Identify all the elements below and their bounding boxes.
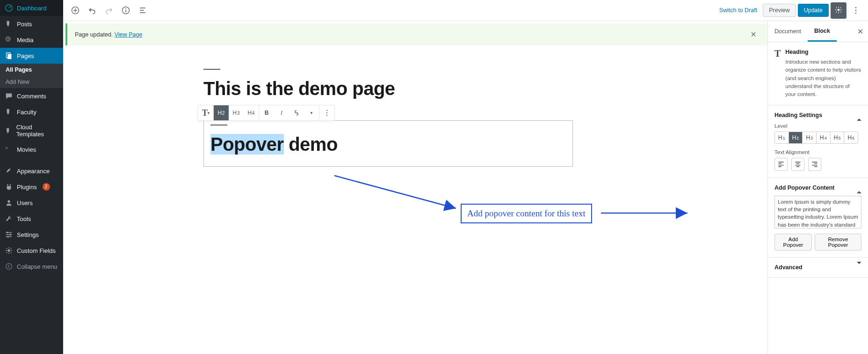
sidebar-item-pages[interactable]: Pages bbox=[0, 48, 63, 64]
redo-button[interactable] bbox=[101, 3, 116, 18]
editor-canvas-area: Page updated. View Page × This is the de… bbox=[63, 21, 767, 354]
popover-textarea[interactable] bbox=[774, 196, 861, 229]
sidebar-item-faculty[interactable]: Faculty bbox=[0, 104, 63, 120]
toolbar-italic[interactable]: I bbox=[274, 105, 289, 120]
outline-button[interactable] bbox=[135, 3, 150, 18]
block-summary: T Heading Introduce new sections and org… bbox=[768, 42, 868, 105]
sidebar-item-dashboard[interactable]: Dashboard bbox=[0, 0, 63, 16]
add-popover-button[interactable]: Add Popover bbox=[774, 234, 812, 251]
svg-point-19 bbox=[326, 112, 327, 113]
panel-close[interactable]: ✕ bbox=[853, 27, 868, 36]
more-button[interactable] bbox=[848, 3, 863, 18]
sidebar-label: Pages bbox=[17, 52, 34, 59]
sidebar-sub-add-new[interactable]: Add New bbox=[0, 76, 63, 88]
svg-point-15 bbox=[855, 7, 857, 8]
level-h3[interactable]: H3 bbox=[803, 132, 817, 143]
heading-settings-section: Heading Settings Level H1 H2 H3 H4 H5 H6… bbox=[768, 105, 868, 178]
sidebar-item-appearance[interactable]: Appearance bbox=[0, 163, 63, 179]
sidebar-item-posts[interactable]: Posts bbox=[0, 16, 63, 32]
quote-icon: “ bbox=[5, 145, 13, 154]
pin-icon bbox=[5, 20, 13, 28]
cog-icon bbox=[5, 246, 13, 255]
svg-point-6 bbox=[7, 232, 8, 234]
tab-document[interactable]: Document bbox=[768, 21, 808, 42]
level-h6[interactable]: H6 bbox=[844, 132, 858, 143]
sidebar-label: Tools bbox=[17, 215, 31, 222]
sidebar-item-settings[interactable]: Settings bbox=[0, 227, 63, 243]
align-center[interactable] bbox=[791, 158, 804, 171]
notice-close-button[interactable]: × bbox=[747, 29, 760, 40]
selected-text: Popover bbox=[210, 134, 284, 155]
settings-toggle[interactable] bbox=[831, 2, 846, 19]
heading-divider bbox=[210, 125, 227, 125]
svg-point-7 bbox=[10, 234, 12, 236]
editor-topbar: Switch to Draft Preview Update bbox=[63, 0, 868, 21]
wrench-icon bbox=[5, 214, 13, 223]
level-h5[interactable]: H5 bbox=[831, 132, 845, 143]
alignment-label: Text Alignment bbox=[774, 149, 861, 155]
preview-button[interactable]: Preview bbox=[763, 4, 796, 17]
svg-point-16 bbox=[855, 10, 857, 11]
align-left[interactable] bbox=[774, 158, 788, 171]
sidebar-item-collapse[interactable]: Collapse menu bbox=[0, 258, 63, 274]
level-label: Level bbox=[774, 123, 861, 129]
sidebar-item-movies[interactable]: “ Movies bbox=[0, 141, 63, 157]
plug-icon bbox=[5, 183, 13, 191]
sidebar-sub-all-pages[interactable]: All Pages bbox=[0, 64, 63, 76]
heading-icon: T bbox=[774, 49, 781, 58]
title-divider bbox=[203, 69, 220, 70]
tab-block[interactable]: Block bbox=[808, 21, 837, 42]
info-button[interactable] bbox=[118, 3, 133, 18]
panel-tabs: Document Block ✕ bbox=[768, 21, 868, 42]
sidebar-label: Settings bbox=[17, 231, 39, 238]
annotation-box: Add popover content for this text bbox=[461, 204, 592, 223]
svg-line-21 bbox=[334, 176, 456, 208]
block-type-title: Heading bbox=[785, 49, 861, 55]
svg-point-20 bbox=[326, 115, 327, 116]
svg-point-5 bbox=[7, 200, 10, 203]
heading-text[interactable]: Popover demo bbox=[210, 134, 566, 155]
sidebar-label: Dashboard bbox=[17, 5, 47, 12]
heading-settings-toggle[interactable]: Heading Settings bbox=[774, 112, 861, 118]
sidebar-label: Appearance bbox=[17, 168, 50, 175]
sidebar-item-comments[interactable]: Comments bbox=[0, 88, 63, 104]
toolbar-block-type[interactable]: T▾ bbox=[198, 105, 213, 120]
switch-draft-link[interactable]: Switch to Draft bbox=[716, 7, 761, 14]
toolbar-bold[interactable]: B bbox=[259, 105, 274, 120]
sidebar-item-users[interactable]: Users bbox=[0, 195, 63, 211]
view-page-link[interactable]: View Page bbox=[115, 31, 143, 38]
toolbar-h3[interactable]: H3 bbox=[229, 105, 244, 120]
svg-point-17 bbox=[855, 13, 857, 14]
sidebar-item-tools[interactable]: Tools bbox=[0, 211, 63, 227]
pages-icon bbox=[5, 52, 13, 60]
toolbar-link[interactable] bbox=[289, 105, 304, 120]
sidebar-item-custom-fields[interactable]: Custom Fields bbox=[0, 243, 63, 258]
block-toolbar: T▾ H2 H3 H4 B I ▼ bbox=[198, 105, 335, 121]
admin-sidebar: Dashboard Posts Media Pages All Pages Ad… bbox=[0, 0, 63, 354]
svg-point-9 bbox=[7, 249, 10, 251]
align-right[interactable] bbox=[808, 158, 821, 171]
svg-point-10 bbox=[6, 264, 12, 270]
undo-button[interactable] bbox=[85, 3, 100, 18]
toolbar-more-format[interactable]: ▼ bbox=[304, 105, 319, 120]
sidebar-item-plugins[interactable]: Plugins 2 bbox=[0, 179, 63, 195]
add-block-button[interactable] bbox=[68, 3, 83, 18]
block-type-desc: Introduce new sections and organize cont… bbox=[785, 58, 861, 98]
update-button[interactable]: Update bbox=[798, 4, 829, 17]
sidebar-item-cloud-templates[interactable]: Cloud Templates bbox=[0, 120, 63, 141]
sidebar-label: Movies bbox=[17, 146, 36, 153]
level-h2[interactable]: H2 bbox=[789, 132, 803, 143]
toolbar-h2[interactable]: H2 bbox=[214, 105, 229, 120]
toolbar-more[interactable] bbox=[319, 105, 334, 120]
popover-toggle[interactable]: Add Popover Content bbox=[774, 184, 861, 191]
level-h4[interactable]: H4 bbox=[817, 132, 831, 143]
toolbar-h4[interactable]: H4 bbox=[244, 105, 259, 120]
level-h1[interactable]: H1 bbox=[775, 132, 789, 143]
svg-point-18 bbox=[326, 110, 327, 111]
heading-block[interactable]: Popover demo bbox=[203, 120, 573, 167]
level-buttons: H1 H2 H3 H4 H5 H6 bbox=[774, 132, 858, 144]
sidebar-item-media[interactable]: Media bbox=[0, 32, 63, 48]
remove-popover-button[interactable]: Remove Popover bbox=[815, 234, 861, 251]
page-title[interactable]: This is the demo page bbox=[203, 78, 767, 99]
advanced-toggle[interactable]: Advanced bbox=[774, 264, 861, 271]
